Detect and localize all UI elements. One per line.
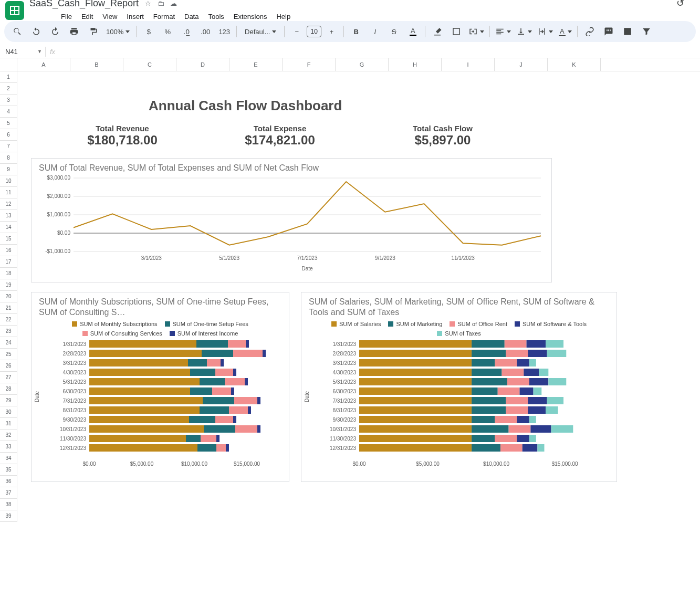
italic-icon[interactable]: I: [366, 24, 384, 39]
increase-decimal-icon[interactable]: .00: [196, 24, 214, 39]
h-align-icon[interactable]: [493, 24, 513, 39]
undo-icon[interactable]: [27, 24, 45, 39]
row-header[interactable]: 14: [0, 222, 17, 233]
row-header[interactable]: 11: [0, 187, 17, 198]
sheet-canvas[interactable]: Annual Cash Flow Dashboard Total Revenue…: [17, 71, 700, 502]
col-header-G[interactable]: G: [336, 58, 389, 71]
filter-icon[interactable]: [638, 24, 655, 39]
text-color-icon[interactable]: A: [404, 24, 422, 39]
row-header[interactable]: 37: [0, 487, 17, 499]
insert-chart-icon[interactable]: [619, 24, 636, 39]
row-header[interactable]: 8: [0, 152, 17, 164]
row-header[interactable]: 32: [0, 430, 17, 441]
row-header[interactable]: 22: [0, 314, 17, 326]
row-header[interactable]: 33: [0, 441, 17, 453]
star-icon[interactable]: ☆: [145, 0, 151, 7]
row-header[interactable]: 1: [0, 71, 17, 83]
row-header[interactable]: 39: [0, 510, 17, 522]
paint-format-icon[interactable]: [84, 24, 102, 39]
col-header-J[interactable]: J: [495, 58, 548, 71]
row-header[interactable]: 4: [0, 106, 17, 118]
col-header-D[interactable]: D: [176, 58, 229, 71]
col-header-F[interactable]: F: [283, 58, 336, 71]
zoom-select[interactable]: 100%: [103, 24, 133, 39]
redo-icon[interactable]: [46, 24, 64, 39]
expense-bar-chart[interactable]: SUM of Salaries, SUM of Marketing, SUM o…: [301, 292, 617, 482]
bold-icon[interactable]: B: [347, 24, 365, 39]
history-icon[interactable]: ↺: [676, 0, 684, 9]
row-header[interactable]: 13: [0, 210, 17, 222]
font-size-decrease[interactable]: −: [288, 24, 306, 39]
cash-flow-line-chart[interactable]: SUM of Total Revenue, SUM of Total Expen…: [31, 158, 552, 282]
row-header[interactable]: 12: [0, 198, 17, 210]
row-header[interactable]: 17: [0, 256, 17, 268]
row-header[interactable]: 35: [0, 464, 17, 476]
font-size-increase[interactable]: +: [322, 24, 340, 39]
percent-icon[interactable]: %: [159, 24, 176, 39]
v-align-icon[interactable]: [514, 24, 534, 39]
merge-icon[interactable]: [466, 24, 486, 39]
row-header[interactable]: 3: [0, 95, 17, 106]
menu-extensions[interactable]: Extensions: [229, 11, 271, 23]
menu-file[interactable]: File: [57, 11, 76, 23]
row-header[interactable]: 24: [0, 337, 17, 349]
row-header[interactable]: 34: [0, 453, 17, 464]
name-box[interactable]: N41 ▼: [2, 47, 46, 57]
row-header[interactable]: 31: [0, 418, 17, 430]
row-header[interactable]: 5: [0, 118, 17, 129]
cloud-icon[interactable]: ☁: [170, 0, 177, 7]
row-header[interactable]: 19: [0, 279, 17, 291]
row-header[interactable]: 15: [0, 233, 17, 245]
strikethrough-icon[interactable]: S: [385, 24, 403, 39]
row-header[interactable]: 26: [0, 360, 17, 372]
row-header[interactable]: 2: [0, 83, 17, 95]
print-icon[interactable]: [65, 24, 83, 39]
row-header[interactable]: 10: [0, 175, 17, 187]
currency-icon[interactable]: $: [140, 24, 158, 39]
decrease-decimal-icon[interactable]: .0̲: [177, 24, 195, 39]
row-header[interactable]: 29: [0, 395, 17, 406]
doc-title[interactable]: SaaS_Cash_Flow_Report: [29, 0, 139, 9]
col-header-K[interactable]: K: [548, 58, 601, 71]
row-header[interactable]: 16: [0, 245, 17, 256]
menu-format[interactable]: Format: [149, 11, 179, 23]
rotate-icon[interactable]: A: [556, 24, 574, 39]
comment-icon[interactable]: [600, 24, 618, 39]
row-header[interactable]: 9: [0, 164, 17, 175]
menu-help[interactable]: Help: [272, 11, 295, 23]
fill-color-icon[interactable]: [429, 24, 446, 39]
font-select[interactable]: Defaul...: [240, 24, 281, 39]
menu-data[interactable]: Data: [180, 11, 203, 23]
move-icon[interactable]: 🗀: [158, 0, 164, 7]
menu-edit[interactable]: Edit: [77, 11, 97, 23]
menu-view[interactable]: View: [98, 11, 121, 23]
col-header-I[interactable]: I: [442, 58, 495, 71]
row-header[interactable]: 28: [0, 383, 17, 395]
col-header-E[interactable]: E: [229, 58, 283, 71]
row-header[interactable]: 18: [0, 268, 17, 279]
col-header-H[interactable]: H: [389, 58, 442, 71]
font-size-input[interactable]: 10: [307, 26, 321, 37]
col-header-C[interactable]: C: [123, 58, 176, 71]
select-all-corner[interactable]: [0, 58, 17, 71]
revenue-bar-chart[interactable]: SUM of Monthly Subscriptions, SUM of One…: [31, 292, 289, 482]
row-header[interactable]: 23: [0, 326, 17, 337]
row-header[interactable]: 21: [0, 302, 17, 314]
row-header[interactable]: 25: [0, 349, 17, 360]
link-icon[interactable]: [581, 24, 599, 39]
search-icon[interactable]: [8, 24, 26, 39]
row-header[interactable]: 30: [0, 406, 17, 418]
row-header[interactable]: 27: [0, 372, 17, 383]
row-header[interactable]: 20: [0, 291, 17, 302]
more-formats-icon[interactable]: 123: [215, 24, 233, 39]
col-header-A[interactable]: A: [17, 58, 70, 71]
row-header[interactable]: 7: [0, 141, 17, 152]
row-header[interactable]: 6: [0, 129, 17, 141]
menu-tools[interactable]: Tools: [204, 11, 228, 23]
wrap-icon[interactable]: [535, 24, 555, 39]
borders-icon[interactable]: [447, 24, 465, 39]
col-header-B[interactable]: B: [70, 58, 123, 71]
menu-insert[interactable]: Insert: [122, 11, 148, 23]
sheets-logo[interactable]: [5, 1, 24, 20]
row-header[interactable]: 38: [0, 499, 17, 510]
